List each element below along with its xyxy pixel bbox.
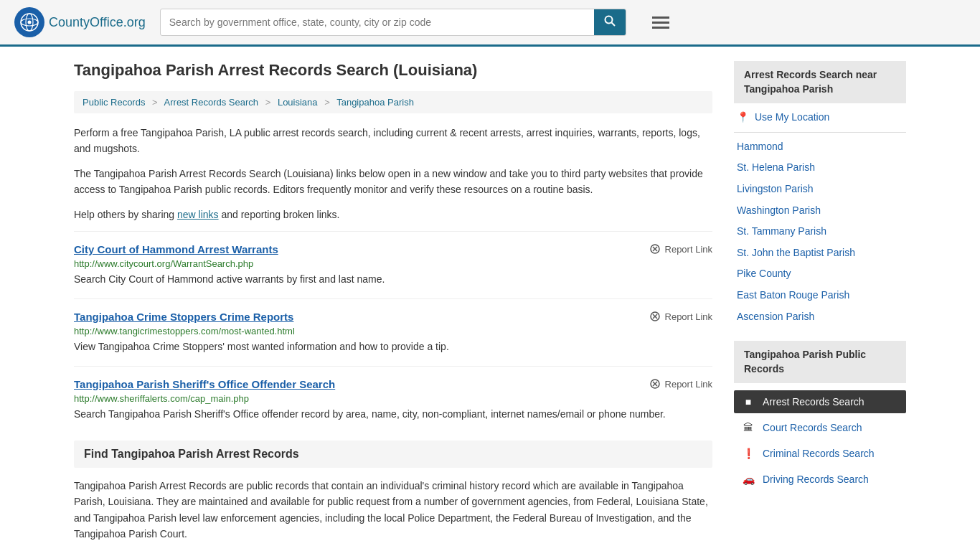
nearby-hammond[interactable]: Hammond xyxy=(734,140,906,154)
pr-court-link[interactable]: Court Records Search xyxy=(763,422,862,433)
hamburger-icon xyxy=(652,27,669,29)
report-link-btn-2[interactable]: Report Link xyxy=(649,311,712,322)
report-icon xyxy=(649,243,661,255)
result-item: Tangipahoa Parish Sheriff's Office Offen… xyxy=(74,366,712,433)
result-title-3[interactable]: Tangipahoa Parish Sheriff's Office Offen… xyxy=(74,378,335,390)
intro-para-2: The Tangipahoa Parish Arrest Records Sea… xyxy=(74,166,712,198)
hamburger-icon xyxy=(652,17,669,19)
pr-criminal-link[interactable]: Criminal Records Search xyxy=(763,448,875,459)
sidebar: Arrest Records Search near Tangipahoa Pa… xyxy=(734,61,906,551)
svg-point-4 xyxy=(605,17,612,24)
pr-driving-link[interactable]: Driving Records Search xyxy=(763,474,869,485)
result-url-1[interactable]: http://www.citycourt.org/WarrantSearch.p… xyxy=(74,258,712,269)
nearby-st-tammany[interactable]: St. Tammany Parish xyxy=(734,225,906,239)
nearby-link-livingston[interactable]: Livingston Parish xyxy=(737,182,814,197)
pr-arrest-link[interactable]: Arrest Records Search xyxy=(763,396,864,408)
breadcrumb-louisiana[interactable]: Louisiana xyxy=(278,97,318,108)
nearby-link-hammond[interactable]: Hammond xyxy=(737,140,783,154)
pr-driving-records[interactable]: 🚗 Driving Records Search xyxy=(734,468,906,491)
court-records-icon: 🏛 xyxy=(741,422,755,433)
report-link-btn-3[interactable]: Report Link xyxy=(649,378,712,390)
nearby-ascension[interactable]: Ascension Parish xyxy=(734,310,906,324)
nearby-st-john[interactable]: St. John the Baptist Parish xyxy=(734,246,906,260)
divider xyxy=(734,132,906,133)
arrest-records-icon: ■ xyxy=(741,396,755,408)
result-item: City Court of Hammond Arrest Warrants Re… xyxy=(74,231,712,298)
driving-records-icon: 🚗 xyxy=(741,474,755,485)
logo-text: CountyOffice.org xyxy=(49,15,146,30)
nearby-link-washington[interactable]: Washington Parish xyxy=(737,204,821,218)
find-section-body: Tangipahoa Parish Arrest Records are pub… xyxy=(74,478,712,542)
nearby-link-st-tammany[interactable]: St. Tammany Parish xyxy=(737,225,826,239)
find-section: Find Tangipahoa Parish Arrest Records Ta… xyxy=(74,441,712,542)
logo[interactable]: CountyOffice.org xyxy=(14,7,146,37)
sidebar-nearby: Arrest Records Search near Tangipahoa Pa… xyxy=(734,61,906,324)
public-records-title: Tangipahoa Parish Public Records xyxy=(734,341,906,383)
nearby-link-east-baton-rouge[interactable]: East Baton Rouge Parish xyxy=(737,288,849,303)
intro-para-3: Help others by sharing new links and rep… xyxy=(74,207,712,222)
intro-para-1: Perform a free Tangipahoa Parish, LA pub… xyxy=(74,125,712,157)
result-title-2[interactable]: Tangipahoa Crime Stoppers Crime Reports xyxy=(74,311,293,323)
nearby-st-helena[interactable]: St. Helena Parish xyxy=(734,161,906,175)
use-my-location-link[interactable]: Use My Location xyxy=(755,110,829,125)
report-icon xyxy=(649,311,661,322)
svg-line-5 xyxy=(611,23,615,27)
search-bar xyxy=(160,9,626,36)
content-area: Tangipahoa Parish Arrest Records Search … xyxy=(74,61,712,551)
nearby-link-st-john[interactable]: St. John the Baptist Parish xyxy=(737,246,855,260)
search-input[interactable] xyxy=(161,11,594,34)
result-item: Tangipahoa Crime Stoppers Crime Reports … xyxy=(74,298,712,366)
nearby-link-ascension[interactable]: Ascension Parish xyxy=(737,310,814,324)
pr-criminal-records[interactable]: ❗ Criminal Records Search xyxy=(734,442,906,465)
logo-icon xyxy=(14,7,44,37)
hamburger-icon xyxy=(652,22,669,24)
breadcrumb-tangipahoa[interactable]: Tangipahoa Parish xyxy=(336,97,414,108)
page-title: Tangipahoa Parish Arrest Records Search … xyxy=(74,61,712,80)
report-link-btn-1[interactable]: Report Link xyxy=(649,243,712,255)
result-desc-1: Search City Court of Hammond active warr… xyxy=(74,272,712,287)
result-title-1[interactable]: City Court of Hammond Arrest Warrants xyxy=(74,243,278,255)
pr-arrest-records[interactable]: ■ Arrest Records Search xyxy=(734,390,906,413)
result-url-2[interactable]: http://www.tangicrimestoppers.com/most-w… xyxy=(74,326,712,336)
menu-button[interactable] xyxy=(648,9,674,36)
nearby-pike[interactable]: Pike County xyxy=(734,267,906,281)
new-links-link[interactable]: new links xyxy=(177,209,219,220)
nearby-washington[interactable]: Washington Parish xyxy=(734,204,906,218)
result-url-3[interactable]: http://www.sheriffalerts.com/cap_main.ph… xyxy=(74,393,712,404)
criminal-records-icon: ❗ xyxy=(741,448,755,459)
find-section-header: Find Tangipahoa Parish Arrest Records xyxy=(74,441,712,468)
search-button[interactable] xyxy=(594,9,626,35)
use-my-location-item[interactable]: 📍 Use My Location xyxy=(734,110,906,125)
report-icon xyxy=(649,378,661,390)
nearby-livingston[interactable]: Livingston Parish xyxy=(734,182,906,197)
main-layout: Tangipahoa Parish Arrest Records Search … xyxy=(60,47,920,551)
result-desc-3: Search Tangipahoa Parish Sheriff's Offic… xyxy=(74,407,712,422)
result-desc-2: View Tangipahoa Crime Stoppers' most wan… xyxy=(74,339,712,354)
sidebar-public-records: Tangipahoa Parish Public Records ■ Arres… xyxy=(734,341,906,491)
location-icon: 📍 xyxy=(737,111,749,123)
pr-court-records[interactable]: 🏛 Court Records Search xyxy=(734,416,906,439)
header: CountyOffice.org xyxy=(0,0,980,47)
breadcrumb: Public Records > Arrest Records Search >… xyxy=(74,91,712,113)
breadcrumb-arrest-records[interactable]: Arrest Records Search xyxy=(164,97,259,108)
nearby-east-baton-rouge[interactable]: East Baton Rouge Parish xyxy=(734,288,906,303)
nearby-link-pike[interactable]: Pike County xyxy=(737,267,791,281)
sidebar-nearby-title: Arrest Records Search near Tangipahoa Pa… xyxy=(734,61,906,103)
svg-point-3 xyxy=(28,21,32,24)
nearby-link-st-helena[interactable]: St. Helena Parish xyxy=(737,161,815,175)
breadcrumb-public-records[interactable]: Public Records xyxy=(83,97,145,108)
